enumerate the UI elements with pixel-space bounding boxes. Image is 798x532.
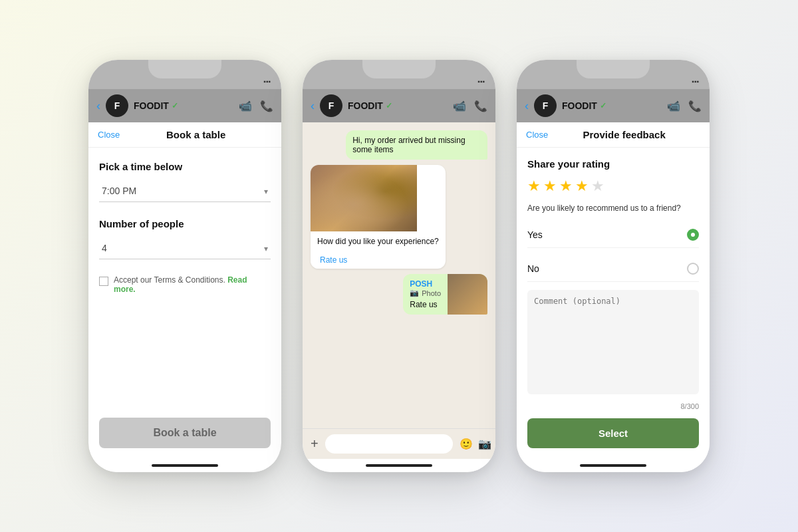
posh-photo-row: 📷 Photo	[410, 289, 441, 297]
time-dropdown-wrapper: 7:00 PM 7:30 PM 8:00 PM 8:30 PM ▾	[99, 180, 271, 202]
status-icons-2: ▪▪▪	[477, 78, 485, 85]
time-dropdown[interactable]: 7:00 PM 7:30 PM 8:00 PM 8:30 PM	[99, 180, 271, 202]
star-4[interactable]: ★	[575, 178, 589, 195]
phone-header-1: ‹ F FOODIT ✓ 📹 📞	[88, 89, 281, 122]
phone-notch-2	[362, 60, 436, 78]
phone-book-table: ▪▪▪ ‹ F FOODIT ✓ 📹 📞 Close Book a table	[88, 60, 281, 472]
posh-rate-label: Rate us	[410, 300, 441, 309]
camera-icon[interactable]: 📷	[478, 438, 491, 450]
subheader-title-3: Provide feedback	[548, 129, 700, 140]
home-indicator-3	[517, 459, 710, 472]
phone-header-2: ‹ F FOODIT ✓ 📹 📞	[303, 89, 495, 122]
home-bar-1	[152, 464, 218, 467]
brand-name-1: FOODIT ✓	[134, 100, 233, 111]
phone-feedback: ▪▪▪ ‹ F FOODIT ✓ 📹 📞 Close Provide feedb…	[517, 60, 710, 472]
posh-card: POSH 📷 Photo Rate us	[403, 274, 487, 315]
no-label: No	[527, 263, 539, 274]
star-5[interactable]: ★	[591, 178, 604, 195]
close-button-1[interactable]: Close	[98, 130, 120, 140]
close-button-3[interactable]: Close	[526, 130, 548, 140]
user-message: Hi, my order arrived but missing some it…	[346, 130, 487, 160]
video-icon-3[interactable]: 📹	[667, 100, 680, 112]
recommend-question: Are you likely to recommend us to a frie…	[527, 203, 699, 214]
time-section-label: Pick a time below	[99, 161, 271, 172]
no-radio[interactable]	[687, 263, 699, 275]
posh-brand: POSH	[410, 279, 441, 289]
back-button-1[interactable]: ‹	[96, 99, 100, 113]
posh-card-left: POSH 📷 Photo Rate us	[403, 274, 448, 315]
chat-food-card: How did you like your experience? Rate u…	[311, 165, 446, 269]
char-count: 8/300	[527, 402, 699, 410]
phone-notch-3	[577, 60, 650, 78]
terms-text: Accept our Terms & Conditions. Read more…	[114, 275, 271, 294]
feedback-content: Share your rating ★ ★ ★ ★ ★ Are you like…	[517, 148, 710, 459]
star-2[interactable]: ★	[543, 178, 557, 195]
people-dropdown-wrapper: 1 2 3 4 5 6 ▾	[99, 237, 271, 259]
avatar-2: F	[320, 94, 342, 117]
verified-badge-2: ✓	[386, 101, 392, 110]
terms-row: Accept our Terms & Conditions. Read more…	[99, 275, 271, 294]
phone-icon-1[interactable]: 📞	[260, 100, 273, 112]
verified-badge-1: ✓	[172, 101, 178, 110]
camera-icon-posh: 📷	[410, 289, 419, 297]
pasta-visual	[311, 165, 417, 231]
add-attachment-button[interactable]: +	[311, 436, 319, 452]
star-1[interactable]: ★	[527, 178, 541, 195]
phone-chat: ▪▪▪ ‹ F FOODIT ✓ 📹 📞 Hi, my order arrive…	[303, 60, 495, 472]
home-indicator-1	[88, 459, 281, 472]
video-icon-1[interactable]: 📹	[239, 100, 252, 112]
header-actions-1: 📹 📞	[239, 100, 273, 112]
chat-input-bar: + 🙂 📷 🎤	[303, 428, 495, 459]
book-table-button[interactable]: Book a table	[99, 418, 271, 448]
phone-notch	[148, 60, 221, 78]
brand-name-3: FOODIT ✓	[562, 100, 662, 111]
phone-header-3: ‹ F FOODIT ✓ 📹 📞	[517, 89, 710, 122]
header-actions-2: 📹 📞	[453, 100, 487, 112]
rate-us-button[interactable]: Rate us	[311, 251, 356, 269]
posh-card-image	[448, 274, 487, 315]
rating-title: Share your rating	[527, 158, 699, 170]
status-icons-3: ▪▪▪	[692, 78, 699, 85]
chat-question-text: How did you like your experience?	[311, 231, 446, 251]
subheader-title-1: Book a table	[120, 129, 272, 140]
home-bar-2	[366, 464, 432, 467]
food-image	[311, 165, 417, 231]
back-button-3[interactable]: ‹	[525, 99, 529, 113]
people-section-label: Number of people	[99, 218, 271, 229]
yes-label: Yes	[527, 229, 543, 240]
home-bar-3	[580, 464, 646, 467]
no-option[interactable]: No	[527, 256, 699, 282]
header-info-2: FOODIT ✓	[348, 100, 448, 111]
verified-badge-3: ✓	[600, 101, 606, 110]
video-icon-2[interactable]: 📹	[453, 100, 466, 112]
yes-option[interactable]: Yes	[527, 222, 699, 248]
header-info-1: FOODIT ✓	[134, 100, 233, 111]
home-indicator-2	[303, 459, 495, 472]
chat-text-input[interactable]	[325, 434, 453, 454]
emoji-icon[interactable]: 🙂	[460, 438, 473, 450]
select-button[interactable]: Select	[527, 418, 699, 448]
yes-radio[interactable]	[687, 229, 699, 241]
book-table-content: Close Book a table Pick a time below 7:0…	[88, 122, 281, 459]
brand-name-2: FOODIT ✓	[348, 100, 448, 111]
avatar-3: F	[534, 94, 557, 117]
people-dropdown[interactable]: 1 2 3 4 5 6	[99, 237, 271, 259]
header-info-3: FOODIT ✓	[562, 100, 662, 111]
chat-messages: Hi, my order arrived but missing some it…	[303, 122, 495, 428]
subheader-1: Close Book a table	[88, 122, 281, 148]
phone-icon-3[interactable]: 📞	[688, 100, 702, 112]
stars-row[interactable]: ★ ★ ★ ★ ★	[527, 178, 699, 195]
star-3[interactable]: ★	[559, 178, 573, 195]
terms-checkbox[interactable]	[99, 277, 108, 286]
comment-textarea[interactable]	[527, 290, 699, 394]
header-actions-3: 📹 📞	[667, 100, 702, 112]
back-button-2[interactable]: ‹	[311, 99, 315, 113]
phone-icon-2[interactable]: 📞	[474, 100, 487, 112]
status-icons: ▪▪▪	[263, 78, 271, 85]
subheader-3: Close Provide feedback	[517, 122, 710, 148]
form-content-1: Pick a time below 7:00 PM 7:30 PM 8:00 P…	[88, 148, 281, 407]
avatar-1: F	[106, 94, 128, 117]
chat-action-icons: 🙂 📷 🎤	[460, 438, 495, 450]
